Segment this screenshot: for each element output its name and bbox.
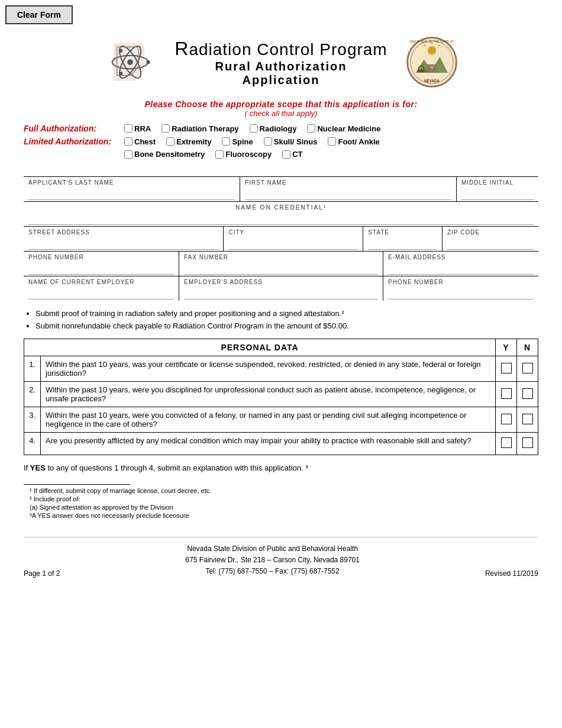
footer-section: Page 1 of 2 Nevada State Division of Pub… <box>24 537 538 578</box>
q4-no[interactable] <box>517 433 538 455</box>
fax-input[interactable] <box>184 262 378 275</box>
spine-checkbox[interactable] <box>222 137 230 146</box>
title-rest: adiation Control Program <box>189 40 387 59</box>
footnote-3: ³A YES answer does not necessarily precl… <box>30 512 538 519</box>
middle-initial-label: MIDDLE INITIAL <box>461 179 534 186</box>
checkbox-foot-ankle[interactable]: Foot/ Ankle <box>328 137 379 146</box>
radiology-checkbox[interactable] <box>250 124 258 133</box>
q4-yes-box[interactable] <box>501 437 512 448</box>
q1-yes[interactable] <box>496 356 517 382</box>
checkbox-fluoroscopy[interactable]: Fluoroscopy <box>215 150 272 159</box>
q4-no-box[interactable] <box>522 437 533 448</box>
checkbox-chest[interactable]: Chest <box>124 137 156 146</box>
skull-sinus-checkbox[interactable] <box>264 137 272 146</box>
scope-title: Please Choose the appropriate scope that… <box>24 99 538 109</box>
q3-num: 3. <box>24 407 41 433</box>
q1-yes-box[interactable] <box>501 363 512 373</box>
zip-input[interactable] <box>447 237 534 250</box>
email-input[interactable] <box>388 262 534 275</box>
svg-text:GREAT SEAL OF THE STATE OF: GREAT SEAL OF THE STATE OF <box>409 40 454 43</box>
q3-yes[interactable] <box>496 407 517 433</box>
spine-label: Spine <box>232 137 253 146</box>
last-name-input[interactable] <box>28 187 235 200</box>
state-cell: STATE <box>363 227 442 251</box>
employer-cell: NAME OF CURRENT EMPLOYER <box>24 276 179 301</box>
q4-yes[interactable] <box>496 433 517 455</box>
checkbox-extremity[interactable]: Extremity <box>166 137 211 146</box>
state-label: STATE <box>368 229 437 236</box>
full-auth-label: Full Authorization: <box>24 124 118 133</box>
radiation-therapy-checkbox[interactable] <box>162 124 170 133</box>
street-address-label: STREET ADDRESS <box>28 229 218 236</box>
fluoroscopy-label: Fluoroscopy <box>225 150 272 159</box>
checkbox-skull-sinus[interactable]: Skull/ Sinus <box>264 137 318 146</box>
q3-no-box[interactable] <box>522 414 533 424</box>
svg-point-7 <box>119 72 122 75</box>
checkbox-ct[interactable]: CT <box>282 150 302 159</box>
q2-yes-box[interactable] <box>501 388 512 399</box>
footer-line1: Nevada State Division of Public and Beha… <box>185 543 360 555</box>
bullet-1: Submit proof of training in radiation sa… <box>35 309 538 318</box>
q2-no[interactable] <box>517 382 538 407</box>
footnote-2: ² Include proof of: <box>30 495 538 502</box>
clear-form-button[interactable]: Clear Form <box>5 5 73 24</box>
email-label: E-MAIL ADDRESS <box>388 254 534 260</box>
checkbox-radiology[interactable]: Radiology <box>250 124 297 133</box>
q3-yes-box[interactable] <box>501 414 512 424</box>
q1-no[interactable] <box>517 356 538 382</box>
rra-label: RRA <box>134 124 151 133</box>
skull-sinus-label: Skull/ Sinus <box>274 137 318 146</box>
ct-checkbox[interactable] <box>282 150 290 159</box>
first-name-input[interactable] <box>245 187 451 200</box>
table-row: 2. Within the past 10 years, were you di… <box>24 382 538 407</box>
credential-label: NAME ON CREDENTIAL¹ <box>28 204 534 211</box>
phone-label: PHONE NUMBER <box>28 254 174 260</box>
q3-no[interactable] <box>517 407 538 433</box>
employer-input[interactable] <box>28 286 174 299</box>
rra-checkbox[interactable] <box>124 124 133 133</box>
q2-no-box[interactable] <box>522 388 533 399</box>
employer-phone-input[interactable] <box>388 286 534 299</box>
checkbox-bone-densitometry[interactable]: Bone Densitometry <box>124 150 205 159</box>
ct-label: CT <box>292 150 302 159</box>
extremity-checkbox[interactable] <box>166 137 175 146</box>
street-address-input[interactable] <box>28 237 218 250</box>
first-name-cell: FIRST NAME <box>240 177 456 201</box>
footer-line3: Tel: (775) 687-7550 – Fax: (775) 687-755… <box>185 566 360 577</box>
employer-address-input[interactable] <box>184 286 378 299</box>
phone-input[interactable] <box>28 262 174 275</box>
state-input[interactable] <box>368 237 437 250</box>
street-address-cell: STREET ADDRESS <box>24 227 223 251</box>
employer-label: NAME OF CURRENT EMPLOYER <box>28 279 174 285</box>
footer-center: Nevada State Division of Public and Beha… <box>185 543 360 578</box>
subtitle1: Rural Authorization <box>175 60 387 73</box>
nuclear-medicine-checkbox[interactable] <box>307 124 315 133</box>
city-input[interactable] <box>228 237 358 250</box>
title-R: R <box>175 38 189 59</box>
checkbox-nuclear-medicine[interactable]: Nuclear Medicine <box>307 124 380 133</box>
radiation-therapy-label: Radiation Therapy <box>172 124 238 133</box>
employer-address-label: EMPLOYER'S ADDRESS <box>184 279 378 285</box>
footer-page: Page 1 of 2 <box>24 569 60 578</box>
bone-densitometry-checkbox[interactable] <box>124 150 133 159</box>
page-content: Radiation Control Program Rural Authoriz… <box>0 0 562 590</box>
scope-section: Please Choose the appropriate scope that… <box>24 99 538 118</box>
checkbox-spine[interactable]: Spine <box>222 137 253 146</box>
subtitle2: Application <box>175 73 387 87</box>
checkbox-radiation-therapy[interactable]: Radiation Therapy <box>162 124 238 133</box>
foot-ankle-checkbox[interactable] <box>328 137 336 146</box>
check-all-text: ( check all that apply) <box>24 109 538 118</box>
footnote-1: ¹ If different, submit copy of marriage … <box>30 487 538 494</box>
fluoroscopy-checkbox[interactable] <box>215 150 224 159</box>
q2-yes[interactable] <box>496 382 517 407</box>
middle-initial-input[interactable] <box>461 187 534 200</box>
q1-no-box[interactable] <box>522 363 533 373</box>
table-row: 1. Within the past 10 years, was your ce… <box>24 356 538 382</box>
checkbox-rra[interactable]: RRA <box>124 124 151 133</box>
employer-phone-label: PHONE NUMBER <box>388 279 534 285</box>
q4-num: 4. <box>24 433 41 455</box>
personal-data-table: PERSONAL DATA Y N 1. Within the past 10 … <box>24 339 538 455</box>
footnote-2a: (a) Signed attestation as approved by th… <box>30 504 538 511</box>
credential-input[interactable] <box>28 212 534 225</box>
chest-checkbox[interactable] <box>124 137 133 146</box>
